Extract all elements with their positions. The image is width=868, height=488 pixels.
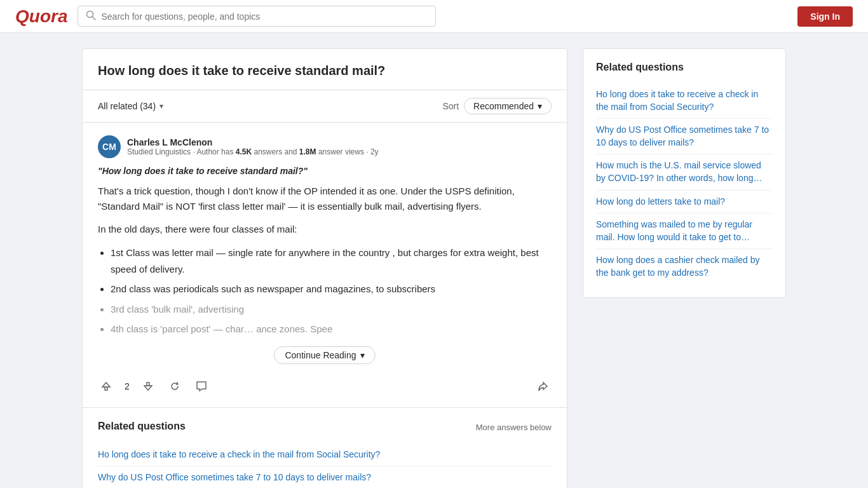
comment-icon [196, 381, 207, 392]
continue-reading-area: Continue Reading ▾ [98, 342, 552, 368]
header: Quora Sign In [0, 0, 868, 33]
sidebar-title: Related questions [596, 62, 773, 73]
continue-reading-button[interactable]: Continue Reading ▾ [274, 346, 375, 364]
author-name[interactable]: Charles L McClenon [127, 137, 379, 147]
sort-value: Recommended [473, 101, 534, 111]
more-answers-below: More answers below [476, 423, 552, 432]
related-inline-link[interactable]: Why do US Post Office sometimes take 7 t… [98, 466, 552, 488]
continue-reading-label: Continue Reading [285, 350, 356, 360]
sidebar: Related questions Ho long does it take t… [583, 48, 786, 298]
refresh-icon [169, 381, 180, 392]
svg-rect-2 [105, 387, 107, 390]
svg-rect-3 [147, 383, 149, 386]
sidebar-link[interactable]: Why do US Post Office sometimes take 7 t… [596, 119, 773, 154]
sign-in-button[interactable]: Sign In [797, 6, 853, 27]
upvote-button[interactable] [98, 378, 114, 395]
main-content: How long does it take to receive standar… [82, 48, 567, 488]
downvote-button[interactable] [140, 378, 156, 395]
page-container: How long does it take to receive standar… [72, 48, 796, 488]
answer-card: CM Charles L McClenon Studied Linguistic… [83, 123, 567, 408]
search-input[interactable] [101, 11, 427, 22]
answer-actions: 2 [98, 373, 552, 395]
sidebar-link[interactable]: How long does a cashier check mailed by … [596, 249, 773, 284]
author-answers: 4.5K [236, 147, 252, 156]
question-title: How long does it take to receive standar… [98, 62, 552, 79]
sidebar-link[interactable]: How long do letters take to mail? [596, 191, 773, 214]
author-meta-prefix: Studied Linguistics · Author has [127, 147, 236, 156]
sort-dropdown[interactable]: Recommended ▾ [464, 98, 552, 114]
author-row: CM Charles L McClenon Studied Linguistic… [98, 135, 552, 158]
sort-label: Sort [442, 101, 459, 111]
related-inline-link[interactable]: Ho long does it take to receive a check … [98, 444, 552, 467]
related-inline-title: Related questions [98, 421, 186, 432]
author-views-suffix: answer views · 2y [316, 147, 379, 156]
quora-logo[interactable]: Quora [15, 6, 67, 27]
question-title-area: How long does it take to receive standar… [83, 49, 567, 90]
upvote-icon [100, 381, 112, 392]
author-info: Charles L McClenon Studied Linguistics ·… [127, 137, 379, 156]
answer-list: 1st Class was letter mail — single rate … [111, 245, 552, 337]
list-item: 1st Class was letter mail — single rate … [111, 245, 552, 277]
share-button[interactable] [535, 378, 552, 395]
continue-reading-chevron-icon: ▾ [360, 350, 365, 360]
sort-area: Sort Recommended ▾ [442, 98, 552, 114]
downvote-icon [142, 381, 154, 392]
sidebar-link[interactable]: How much is the U.S. mail service slowed… [596, 154, 773, 190]
sidebar-links: Ho long does it take to receive a check … [596, 83, 773, 285]
svg-line-1 [93, 17, 96, 20]
author-mid: answers and [252, 147, 299, 156]
all-related-label: All related (34) [98, 101, 156, 111]
sidebar-link[interactable]: Something was mailed to me by regular ma… [596, 214, 773, 249]
answer-question-ref: "How long does it take to receive standa… [98, 166, 552, 176]
related-inline-links: Ho long does it take to receive a check … [98, 444, 552, 489]
related-inline-card: Related questions More answers below Ho … [83, 408, 567, 489]
avatar: CM [98, 135, 121, 158]
list-item: 2nd class was periodicals such as newspa… [111, 281, 552, 297]
related-inline-header: Related questions More answers below [98, 421, 552, 435]
author-views: 1.8M [299, 147, 316, 156]
refresh-button[interactable] [166, 378, 183, 395]
answers-controls: All related (34) ▾ Sort Recommended ▾ [83, 90, 567, 123]
upvote-count: 2 [125, 381, 130, 391]
answer-paragraph-1: That's a trick question, though I don't … [98, 184, 552, 214]
question-card: How long does it take to receive standar… [82, 48, 567, 488]
sidebar-link[interactable]: Ho long does it take to receive a check … [596, 83, 773, 119]
chevron-down-icon: ▾ [159, 102, 163, 111]
sidebar-card: Related questions Ho long does it take t… [583, 48, 786, 298]
sort-chevron-icon: ▾ [538, 101, 542, 111]
list-item: 3rd class 'bulk mail', advertising [111, 301, 552, 318]
list-item: 4th class is 'parcel post' — char… ance … [111, 321, 552, 337]
search-bar [78, 6, 435, 27]
author-meta: Studied Linguistics · Author has 4.5K an… [127, 147, 379, 156]
comment-button[interactable] [193, 378, 210, 395]
share-icon [538, 381, 549, 392]
search-icon [86, 10, 96, 22]
all-related-dropdown[interactable]: All related (34) ▾ [98, 101, 163, 111]
answer-paragraph-2: In the old days, there were four classes… [98, 222, 552, 237]
